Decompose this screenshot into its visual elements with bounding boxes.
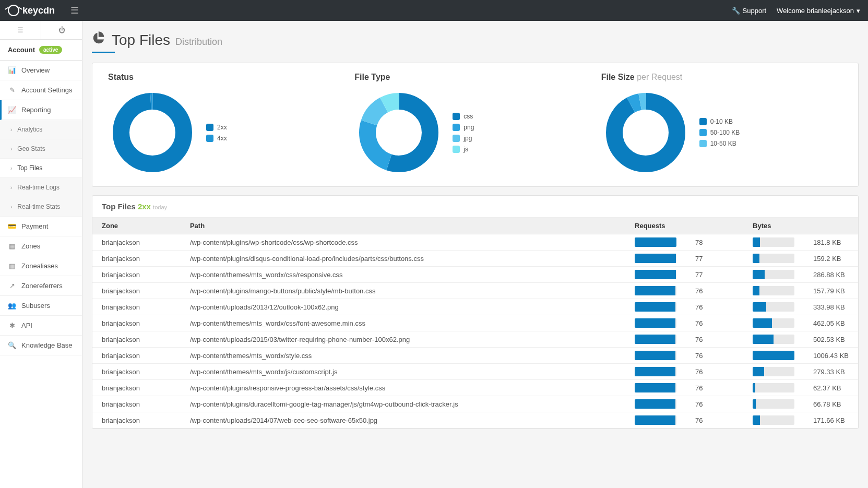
sidebar-collapse-button[interactable]: ☰ <box>0 21 41 39</box>
cell-path: /wp-content/plugins/duracelltomi-google-… <box>181 396 625 412</box>
users-icon: 👥 <box>8 302 16 310</box>
cell-zone: brianjackson <box>92 412 181 429</box>
cell-bytes: 333.98 KB <box>804 299 858 315</box>
nav-overview[interactable]: 📊Overview <box>0 61 82 80</box>
legend-item: js <box>453 146 474 153</box>
edit-icon: ✎ <box>8 86 16 94</box>
cell-path: /wp-content/plugins/responsive-progress-… <box>181 380 625 396</box>
sidebar: ☰ ⏻ Account active 📊Overview✎Account Set… <box>0 21 82 488</box>
cell-req-bar <box>625 251 686 267</box>
nav-subusers[interactable]: 👥Subusers <box>0 296 82 316</box>
table-row: brianjackson /wp-content/plugins/wp-shor… <box>92 234 858 251</box>
legend-swatch <box>453 135 460 142</box>
col-bytes: Bytes <box>743 218 858 234</box>
table-row: brianjackson /wp-content/themes/mts_word… <box>92 267 858 283</box>
main-content: Top Files Distribution Status2xx4xxFile … <box>82 21 868 488</box>
subnav-real-time-stats[interactable]: ›Real-time Stats <box>0 197 82 217</box>
table-row: brianjackson /wp-content/uploads/2014/07… <box>92 412 858 429</box>
top-files-table: ZonePathRequestsBytes brianjackson /wp-c… <box>92 218 858 429</box>
legend-swatch <box>206 135 213 142</box>
cell-zone: brianjackson <box>92 315 181 331</box>
cell-bytes-bar <box>743 412 804 429</box>
table-row: brianjackson /wp-content/themes/mts_word… <box>92 315 858 331</box>
nav-knowledge-base[interactable]: 🔍Knowledge Base <box>0 336 82 355</box>
col-requests: Requests <box>625 218 743 234</box>
chevron-down-icon: ▾ <box>857 7 860 15</box>
cell-requests: 78 <box>686 234 743 251</box>
chart-status: Status2xx4xx <box>108 73 349 177</box>
cell-zone: brianjackson <box>92 396 181 412</box>
nav-api[interactable]: ✱API <box>0 316 82 336</box>
cell-requests: 77 <box>686 267 743 283</box>
page-title: Top Files <box>112 32 170 49</box>
menu-toggle-icon[interactable]: ☰ <box>70 5 79 16</box>
legend-item: 0-10 KB <box>699 118 740 125</box>
power-button[interactable]: ⏻ <box>41 21 82 39</box>
legend-swatch <box>453 124 460 131</box>
panel-header: Top Files 2xx today <box>92 196 858 218</box>
nav-reporting[interactable]: 📈Reporting <box>0 100 82 120</box>
chart-icon: 📈 <box>8 106 16 114</box>
cell-requests: 76 <box>686 315 743 331</box>
nav-account-settings[interactable]: ✎Account Settings <box>0 80 82 100</box>
charts-panel: Status2xx4xxFile TypecsspngjpgjsFile Siz… <box>92 63 859 187</box>
nav-zones[interactable]: ▦Zones <box>0 236 82 256</box>
svg-point-0 <box>121 101 184 164</box>
topbar: keycdn ☰ 🔧 Support Welcome brianleejacks… <box>0 0 868 21</box>
cell-bytes: 171.66 KB <box>804 412 858 429</box>
chevron-right-icon: › <box>10 165 12 171</box>
col-zone: Zone <box>92 218 181 234</box>
cell-bytes-bar <box>743 348 804 364</box>
legend-swatch <box>453 146 460 153</box>
cell-path: /wp-content/themes/mts_wordx/css/respons… <box>181 267 625 283</box>
cell-req-bar <box>625 331 686 348</box>
cell-requests: 76 <box>686 283 743 299</box>
logo-icon <box>8 5 19 16</box>
subnav-geo-stats[interactable]: ›Geo Stats <box>0 139 82 159</box>
support-link[interactable]: 🔧 Support <box>732 7 767 15</box>
cell-bytes: 462.05 KB <box>804 315 858 331</box>
share-icon: ↗ <box>8 282 16 290</box>
top-files-panel: Top Files 2xx today ZonePathRequestsByte… <box>92 195 859 429</box>
account-status-row: Account active <box>0 40 82 61</box>
asterisk-icon: ✱ <box>8 322 16 329</box>
table-row: brianjackson /wp-content/plugins/duracel… <box>92 396 858 412</box>
cell-bytes-bar <box>743 315 804 331</box>
cell-bytes-bar <box>743 234 804 251</box>
chart-title: File Type <box>354 73 596 82</box>
legend-item: 2xx <box>206 124 227 131</box>
chart-file-size: File Size per Request0-10 KB50-100 KB10-… <box>601 73 842 177</box>
cell-bytes: 66.78 KB <box>804 396 858 412</box>
cell-requests: 76 <box>686 299 743 315</box>
cell-req-bar <box>625 283 686 299</box>
chevron-right-icon: › <box>10 185 12 191</box>
legend-swatch <box>699 118 707 125</box>
cell-req-bar <box>625 299 686 315</box>
cell-zone: brianjackson <box>92 299 181 315</box>
table-row: brianjackson /wp-content/plugins/respons… <box>92 380 858 396</box>
user-menu[interactable]: Welcome brianleejackson ▾ <box>777 7 860 15</box>
col-path: Path <box>181 218 625 234</box>
cell-req-bar <box>625 396 686 412</box>
cell-req-bar <box>625 234 686 251</box>
cell-path: /wp-content/uploads/2014/07/web-ceo-seo-… <box>181 412 625 429</box>
nav-payment[interactable]: 💳Payment <box>0 217 82 236</box>
cell-requests: 77 <box>686 251 743 267</box>
cell-bytes-bar <box>743 283 804 299</box>
nav-zonereferrers[interactable]: ↗Zonereferrers <box>0 276 82 296</box>
cell-req-bar <box>625 315 686 331</box>
legend-item: jpg <box>453 135 474 142</box>
cell-bytes: 279.33 KB <box>804 364 858 380</box>
subnav-analytics[interactable]: ›Analytics <box>0 120 82 139</box>
legend-item: css <box>453 113 474 120</box>
cell-requests: 76 <box>686 364 743 380</box>
subnav-real-time-logs[interactable]: ›Real-time Logs <box>0 178 82 197</box>
nav-zonealiases[interactable]: ▥Zonealiases <box>0 256 82 276</box>
logo[interactable]: keycdn <box>8 5 55 16</box>
cell-bytes-bar <box>743 331 804 348</box>
dashboard-icon: 📊 <box>8 66 16 74</box>
cell-req-bar <box>625 380 686 396</box>
cell-path: /wp-content/themes/mts_wordx/css/font-aw… <box>181 315 625 331</box>
subnav-top-files[interactable]: ›Top Files <box>0 159 82 178</box>
wrench-icon: 🔧 <box>732 7 740 15</box>
